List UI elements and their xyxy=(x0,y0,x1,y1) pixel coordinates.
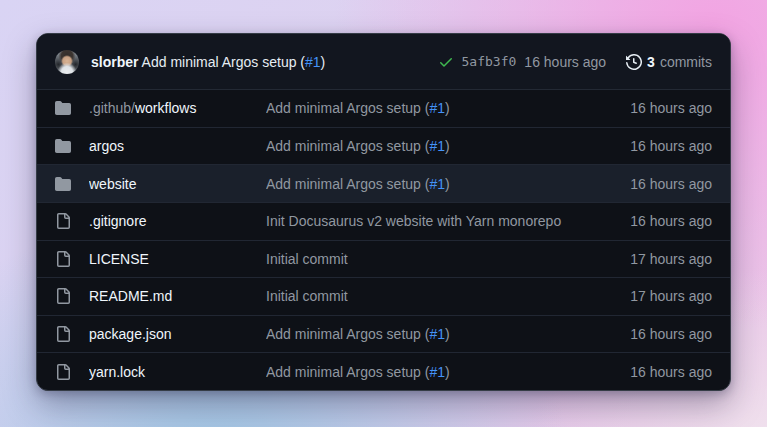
row-commit-message-link[interactable]: Add minimal Argos setup ( xyxy=(266,326,429,342)
row-commit-message-close: ) xyxy=(445,326,450,342)
commit-message-cell: Add minimal Argos setup (#1) xyxy=(266,176,602,192)
row-commit-message-close: ) xyxy=(445,176,450,192)
row-commit-message-close: ) xyxy=(445,364,450,380)
table-row[interactable]: LICENSE Initial commit 17 hours ago xyxy=(37,240,730,278)
commits-label: commits xyxy=(660,54,712,70)
check-icon xyxy=(438,54,454,70)
file-type-icon-cell xyxy=(55,364,89,380)
file-type-icon-cell xyxy=(55,326,89,342)
commit-message-cell: Add minimal Argos setup (#1) xyxy=(266,138,602,154)
table-row[interactable]: argos Add minimal Argos setup (#1) 16 ho… xyxy=(37,127,730,165)
history-icon xyxy=(626,54,642,70)
file-icon xyxy=(55,326,71,342)
row-commit-message-link[interactable]: Initial commit xyxy=(266,251,348,267)
file-name-link[interactable]: workflows xyxy=(135,100,196,116)
table-row[interactable]: package.json Add minimal Argos setup (#1… xyxy=(37,315,730,353)
latest-commit-title: slorber Add minimal Argos setup (#1) xyxy=(91,54,325,70)
commit-meta: 5afb3f0 16 hours ago 3 commits xyxy=(438,54,712,70)
row-commit-time: 16 hours ago xyxy=(602,364,712,380)
row-pr-link[interactable]: #1 xyxy=(429,100,445,116)
table-row[interactable]: yarn.lock Add minimal Argos setup (#1) 1… xyxy=(37,352,730,390)
commit-timestamp: 16 hours ago xyxy=(524,54,606,70)
row-commit-time: 16 hours ago xyxy=(602,138,712,154)
file-type-icon-cell xyxy=(55,100,89,116)
commit-hash-link[interactable]: 5afb3f0 xyxy=(462,54,517,69)
file-name-link[interactable]: website xyxy=(89,176,136,192)
file-name-link[interactable]: argos xyxy=(89,138,124,154)
row-pr-link[interactable]: #1 xyxy=(429,364,445,380)
commits-count: 3 xyxy=(647,54,655,70)
commit-message-cell: Add minimal Argos setup (#1) xyxy=(266,364,602,380)
row-commit-time: 17 hours ago xyxy=(602,288,712,304)
file-icon xyxy=(55,364,71,380)
latest-commit-header: slorber Add minimal Argos setup (#1) 5af… xyxy=(37,34,730,90)
table-row[interactable]: .gitignore Init Docusaurus v2 website wi… xyxy=(37,202,730,240)
row-commit-time: 16 hours ago xyxy=(602,213,712,229)
file-icon xyxy=(55,288,71,304)
table-row[interactable]: .github/workflows Add minimal Argos setu… xyxy=(37,90,730,127)
row-commit-time: 16 hours ago xyxy=(602,326,712,342)
row-commit-time: 16 hours ago xyxy=(602,176,712,192)
file-type-icon-cell xyxy=(55,251,89,267)
file-type-icon-cell xyxy=(55,138,89,154)
commit-message-cell: Init Docusaurus v2 website with Yarn mon… xyxy=(266,213,602,229)
file-icon xyxy=(55,251,71,267)
author-name[interactable]: slorber xyxy=(91,54,138,70)
row-commit-message-close: ) xyxy=(445,138,450,154)
file-path-prefix-link[interactable]: .github/ xyxy=(89,100,135,116)
commit-message-cell: Initial commit xyxy=(266,288,602,304)
row-pr-link[interactable]: #1 xyxy=(429,326,445,342)
row-commit-time: 17 hours ago xyxy=(602,251,712,267)
commit-message-text[interactable]: Add minimal Argos setup ( xyxy=(142,54,305,70)
file-name-link[interactable]: .gitignore xyxy=(89,213,147,229)
file-table: .github/workflows Add minimal Argos setu… xyxy=(37,90,730,390)
folder-icon xyxy=(55,138,71,154)
row-commit-message-close: ) xyxy=(445,100,450,116)
file-type-icon-cell xyxy=(55,288,89,304)
row-commit-message-link[interactable]: Init Docusaurus v2 website with Yarn mon… xyxy=(266,213,561,229)
table-row[interactable]: website Add minimal Argos setup (#1) 16 … xyxy=(37,164,730,202)
commit-message-cell: Add minimal Argos setup (#1) xyxy=(266,326,602,342)
page-background: { "colors": { "card_bg": "#0e1117", "row… xyxy=(0,0,767,427)
row-commit-message-link[interactable]: Add minimal Argos setup ( xyxy=(266,364,429,380)
commit-message-close: ) xyxy=(321,54,326,70)
pr-link[interactable]: #1 xyxy=(305,54,321,70)
file-name-cell: .github/workflows xyxy=(89,100,266,116)
file-name-cell: README.md xyxy=(89,288,266,304)
folder-icon xyxy=(55,100,71,116)
file-name-cell: package.json xyxy=(89,326,266,342)
file-name-cell: argos xyxy=(89,138,266,154)
file-type-icon-cell xyxy=(55,176,89,192)
file-name-link[interactable]: README.md xyxy=(89,288,172,304)
file-type-icon-cell xyxy=(55,213,89,229)
row-commit-message-link[interactable]: Initial commit xyxy=(266,288,348,304)
row-commit-message-link[interactable]: Add minimal Argos setup ( xyxy=(266,100,429,116)
file-icon xyxy=(55,213,71,229)
file-browser-card: slorber Add minimal Argos setup (#1) 5af… xyxy=(36,33,731,391)
row-pr-link[interactable]: #1 xyxy=(429,138,445,154)
folder-icon xyxy=(55,176,71,192)
file-name-link[interactable]: package.json xyxy=(89,326,172,342)
row-pr-link[interactable]: #1 xyxy=(429,176,445,192)
commit-message-cell: Add minimal Argos setup (#1) xyxy=(266,100,602,116)
file-name-cell: yarn.lock xyxy=(89,364,266,380)
commit-history-link[interactable]: 3 commits xyxy=(626,54,712,70)
table-row[interactable]: README.md Initial commit 17 hours ago xyxy=(37,277,730,315)
file-name-link[interactable]: yarn.lock xyxy=(89,364,145,380)
author-avatar[interactable] xyxy=(55,50,79,74)
row-commit-message-link[interactable]: Add minimal Argos setup ( xyxy=(266,138,429,154)
file-name-cell: website xyxy=(89,176,266,192)
file-name-link[interactable]: LICENSE xyxy=(89,251,149,267)
file-name-cell: LICENSE xyxy=(89,251,266,267)
commit-message-cell: Initial commit xyxy=(266,251,602,267)
file-name-cell: .gitignore xyxy=(89,213,266,229)
row-commit-message-link[interactable]: Add minimal Argos setup ( xyxy=(266,176,429,192)
row-commit-time: 16 hours ago xyxy=(602,100,712,116)
